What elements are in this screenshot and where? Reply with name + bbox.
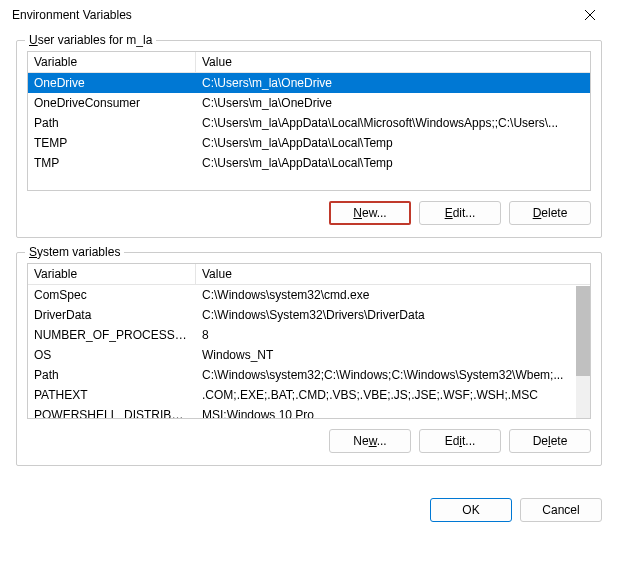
cell-value: C:\Windows\system32\cmd.exe	[196, 285, 590, 305]
cell-variable: OS	[28, 345, 196, 365]
table-row[interactable]: TEMPC:\Users\m_la\AppData\Local\Temp	[28, 133, 590, 153]
user-new-button[interactable]: New...	[329, 201, 411, 225]
table-row[interactable]: PathC:\Users\m_la\AppData\Local\Microsof…	[28, 113, 590, 133]
cell-variable: NUMBER_OF_PROCESSORS	[28, 325, 196, 345]
titlebar: Environment Variables	[0, 0, 618, 30]
window-title: Environment Variables	[12, 8, 132, 22]
cell-value: C:\Windows\system32;C:\Windows;C:\Window…	[196, 365, 590, 385]
table-row[interactable]: ComSpecC:\Windows\system32\cmd.exe	[28, 285, 590, 305]
cell-value: C:\Users\m_la\AppData\Local\Microsoft\Wi…	[196, 113, 590, 133]
system-buttons: New... Edit... Delete	[27, 429, 591, 453]
cell-value: C:\Users\m_la\OneDrive	[196, 93, 590, 113]
table-row[interactable]: OSWindows_NT	[28, 345, 590, 365]
cell-variable: OneDrive	[28, 73, 196, 93]
cell-value: 8	[196, 325, 590, 345]
table-row[interactable]: OneDriveConsumerC:\Users\m_la\OneDrive	[28, 93, 590, 113]
cell-variable: POWERSHELL_DISTRIBUTIO...	[28, 405, 196, 419]
cell-value: MSI:Windows 10 Pro	[196, 405, 590, 419]
cell-variable: PATHEXT	[28, 385, 196, 405]
ok-button[interactable]: OK	[430, 498, 512, 522]
user-variables-table[interactable]: Variable Value OneDriveC:\Users\m_la\One…	[27, 51, 591, 191]
cell-variable: DriverData	[28, 305, 196, 325]
dialog-buttons: OK Cancel	[0, 492, 618, 522]
system-new-button[interactable]: New...	[329, 429, 411, 453]
system-edit-button[interactable]: Edit...	[419, 429, 501, 453]
user-variables-group: User variables for m_la Variable Value O…	[16, 40, 602, 238]
cell-value: C:\Windows\System32\Drivers\DriverData	[196, 305, 590, 325]
system-variables-group: System variables Variable Value ComSpecC…	[16, 252, 602, 466]
table-row[interactable]: POWERSHELL_DISTRIBUTIO...MSI:Windows 10 …	[28, 405, 590, 419]
header-value[interactable]: Value	[196, 52, 590, 72]
table-row[interactable]: OneDriveC:\Users\m_la\OneDrive	[28, 73, 590, 93]
cancel-button[interactable]: Cancel	[520, 498, 602, 522]
cell-value: C:\Users\m_la\AppData\Local\Temp	[196, 153, 590, 173]
user-buttons: New... Edit... Delete	[27, 201, 591, 225]
table-row[interactable]: DriverDataC:\Windows\System32\Drivers\Dr…	[28, 305, 590, 325]
table-row[interactable]: PathC:\Windows\system32;C:\Windows;C:\Wi…	[28, 365, 590, 385]
table-header: Variable Value	[28, 264, 590, 285]
header-value[interactable]: Value	[196, 264, 590, 284]
table-row[interactable]: NUMBER_OF_PROCESSORS8	[28, 325, 590, 345]
close-icon	[585, 10, 595, 20]
cell-variable: Path	[28, 113, 196, 133]
system-variables-label: System variables	[25, 245, 124, 259]
user-edit-button[interactable]: Edit...	[419, 201, 501, 225]
table-row[interactable]: TMPC:\Users\m_la\AppData\Local\Temp	[28, 153, 590, 173]
system-delete-button[interactable]: Delete	[509, 429, 591, 453]
table-row[interactable]: PATHEXT.COM;.EXE;.BAT;.CMD;.VBS;.VBE;.JS…	[28, 385, 590, 405]
table-header: Variable Value	[28, 52, 590, 73]
cell-variable: ComSpec	[28, 285, 196, 305]
user-variables-label: User variables for m_la	[25, 33, 156, 47]
scrollbar-thumb[interactable]	[576, 286, 590, 376]
cell-value: C:\Users\m_la\AppData\Local\Temp	[196, 133, 590, 153]
cell-value: .COM;.EXE;.BAT;.CMD;.VBS;.VBE;.JS;.JSE;.…	[196, 385, 590, 405]
cell-variable: TMP	[28, 153, 196, 173]
cell-value: C:\Users\m_la\OneDrive	[196, 73, 590, 93]
header-variable[interactable]: Variable	[28, 52, 196, 72]
user-delete-button[interactable]: Delete	[509, 201, 591, 225]
header-variable[interactable]: Variable	[28, 264, 196, 284]
cell-value: Windows_NT	[196, 345, 590, 365]
cell-variable: Path	[28, 365, 196, 385]
close-button[interactable]	[574, 3, 606, 27]
cell-variable: TEMP	[28, 133, 196, 153]
scrollbar[interactable]	[576, 286, 590, 418]
system-variables-table[interactable]: Variable Value ComSpecC:\Windows\system3…	[27, 263, 591, 419]
cell-variable: OneDriveConsumer	[28, 93, 196, 113]
